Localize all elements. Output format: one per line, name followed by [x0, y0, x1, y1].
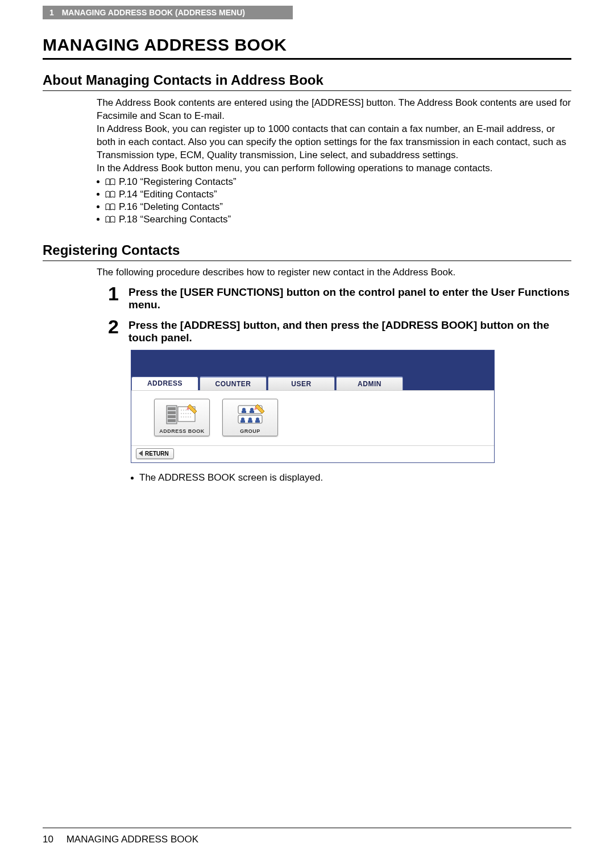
- intro-text: The following procedure describes how to…: [97, 267, 571, 278]
- link-text[interactable]: P.14 “Editing Contacts”: [119, 189, 217, 200]
- tab-counter[interactable]: COUNTER: [200, 377, 267, 390]
- link-text[interactable]: P.16 “Deleting Contacts”: [119, 201, 223, 213]
- button-label: GROUP: [240, 428, 260, 434]
- tab-row: ADDRESS COUNTER USER ADMIN: [131, 377, 494, 390]
- chapter-number: 1: [49, 8, 54, 17]
- address-book-icon: [165, 399, 199, 428]
- panel-body: ADDRESS BOOK: [131, 390, 494, 445]
- chapter-title: MANAGING ADDRESS BOOK (ADDRESS MENU): [62, 8, 245, 17]
- section-heading-about: About Managing Contacts in Address Book: [43, 72, 571, 91]
- book-icon: [105, 178, 115, 186]
- link-text[interactable]: P.18 “Searching Contacts”: [119, 214, 231, 225]
- panel-header: [131, 350, 494, 377]
- svg-rect-20: [255, 420, 260, 423]
- page-title: MANAGING ADDRESS BOOK: [43, 35, 571, 60]
- step-1: 1 Press the [USER FUNCTIONS] button on t…: [108, 284, 571, 311]
- footer-title: MANAGING ADDRESS BOOK: [67, 834, 198, 845]
- return-label: RETURN: [145, 450, 169, 457]
- svg-rect-13: [250, 411, 254, 413]
- bullet-icon: [131, 477, 134, 480]
- group-button[interactable]: GROUP: [222, 399, 278, 436]
- svg-rect-18: [248, 420, 252, 423]
- svg-rect-2: [168, 411, 176, 414]
- body-text: The Address Book contents are entered us…: [97, 97, 571, 175]
- book-icon: [105, 203, 115, 211]
- paragraph: The Address Book contents are entered us…: [97, 97, 571, 123]
- bullet-icon: [97, 205, 99, 208]
- bullet-icon: [97, 180, 99, 183]
- list-item: P.18 “Searching Contacts”: [97, 214, 571, 225]
- reference-links: P.10 “Registering Contacts” P.14 “Editin…: [97, 176, 571, 225]
- step-number: 2: [108, 317, 128, 344]
- book-icon: [105, 191, 115, 199]
- step-number: 1: [108, 284, 128, 311]
- step-text: Press the [USER FUNCTIONS] button on the…: [128, 284, 571, 311]
- svg-rect-16: [240, 420, 245, 423]
- address-book-button[interactable]: ADDRESS BOOK: [154, 399, 210, 436]
- group-icon: [235, 399, 265, 428]
- after-note: The ADDRESS BOOK screen is displayed.: [131, 472, 571, 483]
- tab-address[interactable]: ADDRESS: [131, 377, 198, 390]
- paragraph: In Address Book, you can register up to …: [97, 123, 571, 162]
- book-icon: [105, 216, 115, 224]
- return-button[interactable]: RETURN: [136, 448, 174, 459]
- svg-rect-11: [242, 411, 246, 413]
- note-text: The ADDRESS BOOK screen is displayed.: [139, 472, 323, 483]
- bullet-icon: [97, 218, 99, 221]
- svg-rect-1: [168, 407, 176, 410]
- link-text[interactable]: P.10 “Registering Contacts”: [119, 176, 237, 188]
- tab-admin[interactable]: ADMIN: [336, 377, 403, 390]
- svg-rect-3: [168, 415, 176, 418]
- list-item: P.16 “Deleting Contacts”: [97, 201, 571, 213]
- list-item: P.10 “Registering Contacts”: [97, 176, 571, 188]
- chapter-header: 1 MANAGING ADDRESS BOOK (ADDRESS MENU): [43, 6, 293, 19]
- back-arrow-icon: [139, 450, 143, 456]
- page-number: 10: [43, 834, 53, 845]
- svg-rect-4: [168, 419, 176, 422]
- paragraph: In the Address Book button menu, you can…: [97, 162, 571, 175]
- list-item: P.14 “Editing Contacts”: [97, 189, 571, 200]
- page-footer: 10 MANAGING ADDRESS BOOK: [43, 828, 571, 845]
- touch-panel-screenshot: ADDRESS COUNTER USER ADMIN: [131, 350, 495, 463]
- bullet-icon: [97, 193, 99, 196]
- tab-user[interactable]: USER: [268, 377, 335, 390]
- return-row: RETURN: [131, 445, 494, 462]
- button-label: ADDRESS BOOK: [159, 428, 205, 434]
- step-text: Press the [ADDRESS] button, and then pre…: [128, 317, 571, 344]
- step-2: 2 Press the [ADDRESS] button, and then p…: [108, 317, 571, 344]
- section-heading-registering: Registering Contacts: [43, 242, 571, 261]
